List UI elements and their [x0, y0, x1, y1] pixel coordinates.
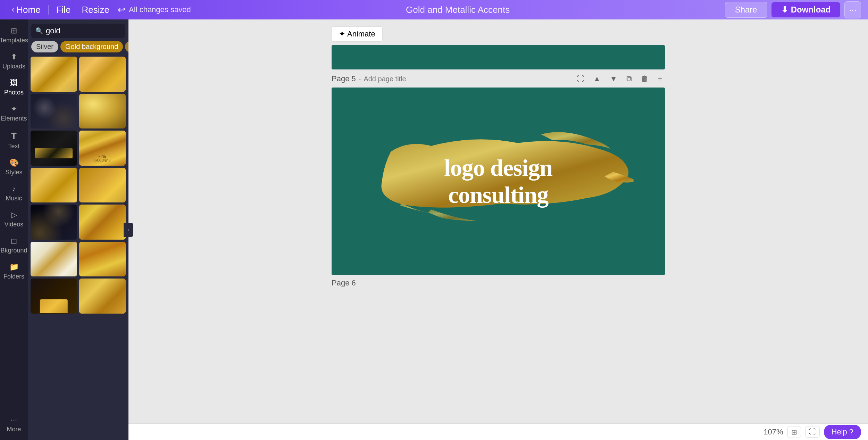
- styles-icon: 🎨: [9, 158, 19, 167]
- search-bar: 🔍 × ⚙: [31, 24, 125, 38]
- sidebar-item-label: Templates: [0, 37, 28, 44]
- page-6-header: Page 6: [332, 275, 665, 290]
- sidebar-item-styles[interactable]: 🎨 Styles: [1, 155, 26, 180]
- status-bar: 107% ⊞ ⛶ Help ?: [128, 423, 868, 440]
- page-4-partial: [332, 45, 665, 69]
- download-icon: ⬇: [781, 5, 788, 15]
- page-down-button[interactable]: ▼: [607, 73, 620, 85]
- photo-item[interactable]: [79, 205, 126, 240]
- sidebar-item-label: Styles: [5, 169, 22, 176]
- sidebar-item-label: More: [7, 426, 21, 433]
- help-button[interactable]: Help ?: [824, 425, 861, 439]
- sidebar-item-templates[interactable]: ⊞ Templates: [1, 23, 26, 48]
- photo-item[interactable]: [79, 168, 126, 203]
- photo-item[interactable]: [79, 94, 126, 129]
- sidebar-item-label: Photos: [4, 89, 24, 96]
- templates-icon: ⊞: [11, 26, 17, 35]
- share-button[interactable]: Share: [725, 2, 767, 18]
- elements-icon: ✦: [11, 105, 17, 114]
- sidebar-item-uploads[interactable]: ⬆ Uploads: [1, 49, 26, 74]
- page-4-slide-bottom[interactable]: [332, 45, 665, 69]
- photo-grid: [28, 55, 128, 440]
- topbar: ‹ Home File Resize ↩ All changes saved G…: [0, 0, 868, 19]
- sidebar-item-background[interactable]: ◻ Bkground: [1, 233, 26, 258]
- document-title: Gold and Metallic Accents: [194, 5, 721, 15]
- photo-item[interactable]: [31, 205, 77, 240]
- photo-item[interactable]: [79, 57, 126, 92]
- videos-icon: ▷: [11, 210, 17, 219]
- folders-icon: 📁: [9, 263, 19, 272]
- undo-button[interactable]: ↩: [116, 2, 127, 17]
- page-5-title-input[interactable]: [364, 75, 451, 83]
- page-up-button[interactable]: ▲: [591, 73, 604, 85]
- sidebar-item-music[interactable]: ♪ Music: [1, 181, 26, 206]
- sidebar-item-label: Bkground: [0, 247, 27, 254]
- photo-item[interactable]: [31, 279, 77, 314]
- sidebar-item-elements[interactable]: ✦ Elements: [1, 101, 26, 126]
- page-add-button[interactable]: +: [655, 73, 665, 85]
- uploads-icon: ⬆: [11, 52, 17, 61]
- sidebar-item-label: Text: [8, 143, 19, 150]
- chip-gold-bar[interactable]: Gold bar: [125, 41, 128, 52]
- sidebar-icons: ⊞ Templates ⬆ Uploads 🖼 Photos ✦ Element…: [0, 19, 28, 440]
- sidebar-item-label: Uploads: [2, 63, 25, 70]
- page-5-container: Page 5 - ⛶ ▲ ▼ ⧉ 🗑 +: [332, 69, 665, 275]
- sidebar-item-photos[interactable]: 🖼 Photos: [1, 75, 26, 100]
- photo-item[interactable]: [31, 131, 77, 166]
- main-content: ⊞ Templates ⬆ Uploads 🖼 Photos ✦ Element…: [0, 19, 868, 440]
- topbar-right: Share ⬇ Download ···: [725, 1, 861, 18]
- animate-icon: ✦: [339, 30, 345, 39]
- help-icon: ?: [849, 427, 853, 437]
- animate-button[interactable]: ✦ Animate: [332, 26, 383, 42]
- music-icon: ♪: [12, 184, 16, 193]
- photo-item[interactable]: [31, 168, 77, 203]
- search-input[interactable]: [46, 26, 128, 35]
- sidebar-item-videos[interactable]: ▷ Videos: [1, 207, 26, 232]
- search-icon: 🔍: [35, 27, 43, 35]
- file-button[interactable]: File: [51, 2, 76, 17]
- topbar-divider: [48, 5, 49, 15]
- photo-item[interactable]: [31, 242, 77, 277]
- animate-bar: ✦ Animate: [332, 26, 665, 42]
- grid-view-button[interactable]: ⊞: [787, 426, 801, 438]
- slide-text: logo design consulting: [444, 154, 552, 208]
- sidebar-item-label: Folders: [3, 273, 24, 280]
- sidebar-item-label: Music: [6, 195, 22, 202]
- topbar-left: ‹ Home File Resize ↩ All changes saved: [7, 2, 191, 17]
- page-6-container: Page 6: [332, 275, 665, 290]
- more-options-button[interactable]: ···: [844, 1, 861, 18]
- page-delete-button[interactable]: 🗑: [638, 73, 651, 85]
- page-expand-button[interactable]: ⛶: [574, 73, 587, 85]
- background-icon: ◻: [11, 236, 17, 246]
- home-button[interactable]: ‹ Home: [7, 2, 45, 17]
- page-5-header: Page 5 - ⛶ ▲ ▼ ⧉ 🗑 +: [332, 69, 665, 88]
- sidebar-item-label: Elements: [1, 115, 27, 122]
- sidebar-item-more[interactable]: ··· More: [1, 412, 26, 437]
- page-5-slide[interactable]: logo design consulting: [332, 88, 665, 275]
- search-panel: 🔍 × ⚙ Silver Gold background Gold bar ›: [28, 19, 128, 440]
- filter-chips: Silver Gold background Gold bar ›: [28, 41, 128, 55]
- page-duplicate-button[interactable]: ⧉: [624, 73, 635, 85]
- chip-gold-background[interactable]: Gold background: [60, 41, 123, 52]
- zoom-level: 107%: [763, 427, 783, 437]
- sidebar-item-folders[interactable]: 📁 Folders: [1, 259, 26, 284]
- photo-item[interactable]: [31, 57, 77, 92]
- chip-silver[interactable]: Silver: [31, 41, 58, 52]
- page-5-actions: ⛶ ▲ ▼ ⧉ 🗑 +: [574, 73, 665, 85]
- canvas-area: ✦ Animate Page 5 - ⛶ ▲ ▼ ⧉: [128, 19, 868, 440]
- photos-icon: 🖼: [10, 78, 18, 88]
- text-icon: T: [11, 131, 17, 141]
- photo-item[interactable]: [31, 94, 77, 129]
- hide-panel-button[interactable]: ‹: [124, 223, 133, 237]
- more-icon: ···: [11, 415, 17, 424]
- photo-item[interactable]: [79, 131, 126, 166]
- page-6-label: Page 6: [332, 279, 356, 288]
- page-5-label: Page 5 -: [332, 74, 451, 83]
- resize-button[interactable]: Resize: [77, 2, 114, 17]
- sidebar-item-text[interactable]: T Text: [1, 127, 26, 153]
- fullscreen-button[interactable]: ⛶: [805, 426, 820, 438]
- autosave-label: All changes saved: [129, 5, 191, 14]
- photo-item[interactable]: [79, 242, 126, 277]
- download-button[interactable]: ⬇ Download: [771, 2, 841, 17]
- photo-item[interactable]: [79, 279, 126, 314]
